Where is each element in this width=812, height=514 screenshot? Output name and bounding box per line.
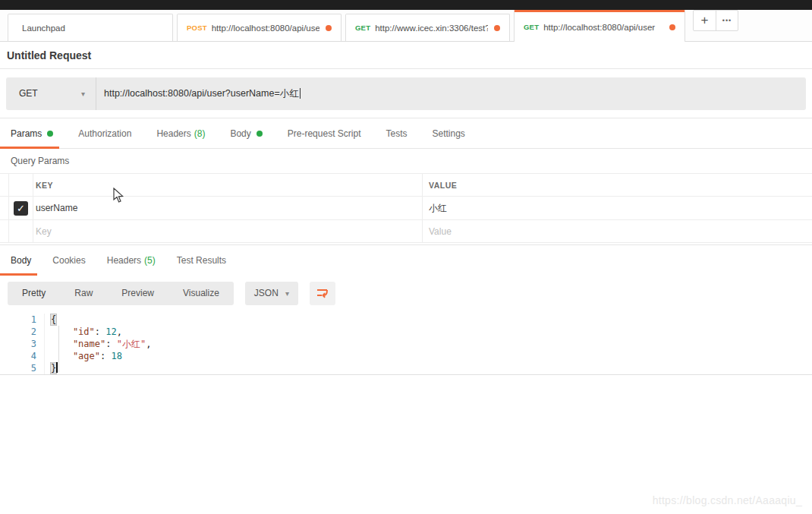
format-dropdown[interactable]: JSON ▾ <box>245 282 298 305</box>
value-cell: Value <box>423 220 812 242</box>
format-value: JSON <box>254 288 279 298</box>
tab-label: Test Results <box>177 255 226 266</box>
value-column-header: VALUE <box>429 181 457 190</box>
watermark-text: https://blog.csdn.net/Aaaaqiu_ <box>653 494 802 506</box>
unsaved-changes-dot <box>326 25 332 31</box>
param-enabled-checkbox[interactable]: ✓ <box>14 201 28 216</box>
param-key-placeholder[interactable]: Key <box>36 226 52 237</box>
request-title: Untitled Request <box>7 49 91 61</box>
json-value: "小红" <box>117 339 146 349</box>
new-tab-button[interactable]: + <box>694 11 716 30</box>
value-header-cell: VALUE <box>423 174 812 196</box>
tab-label: Headers <box>156 128 190 139</box>
tab-label: Headers <box>107 255 141 266</box>
json-colon: : <box>100 351 111 361</box>
response-headers-count-badge: (5) <box>144 255 156 266</box>
tab-body[interactable]: Body <box>230 118 268 148</box>
method-dropdown[interactable]: GET ▾ <box>6 77 96 110</box>
tab-post-localhost[interactable]: POST http://localhost:8080/api/user <box>177 14 341 41</box>
tab-authorization[interactable]: Authorization <box>78 118 137 148</box>
value-cell: 小红 <box>423 197 812 219</box>
url-input[interactable]: http://localhost:8080/api/user?userName=… <box>96 77 806 110</box>
query-params-header: Query Params <box>0 149 812 173</box>
method-label: POST <box>187 24 207 32</box>
chevron-down-icon: ▾ <box>81 90 85 98</box>
tab-launchpad[interactable]: Launchpad <box>8 14 173 41</box>
tab-response-headers[interactable]: Headers (5) <box>107 245 162 275</box>
body-status-dot <box>257 131 263 137</box>
checkbox-cell <box>9 220 33 242</box>
tab-params[interactable]: Params <box>0 118 59 148</box>
tab-label: Tests <box>386 128 407 139</box>
unsaved-changes-dot <box>669 24 675 30</box>
tab-get-icec[interactable]: GET http://www.icec.xin:3306/test? <box>345 14 510 41</box>
request-subtabs: Params Authorization Headers (8) Body Pr… <box>0 118 812 149</box>
more-tabs-button[interactable]: ••• <box>716 11 738 30</box>
wrap-text-button[interactable] <box>310 282 335 305</box>
url-row: GET ▾ http://localhost:8080/api/user?use… <box>0 69 812 118</box>
param-value-input[interactable]: 小红 <box>429 202 447 215</box>
text-wrap-icon <box>316 287 329 299</box>
tab-label: Authorization <box>78 128 131 139</box>
table-placeholder-row: Key Value <box>0 220 812 243</box>
line-number: 3 <box>0 338 44 350</box>
indent-guide <box>58 326 59 372</box>
spacer-cell <box>0 220 9 242</box>
postman-window: Launchpad POST http://localhost:8080/api… <box>0 0 812 514</box>
code-line: 2 "id": 12, <box>0 326 812 338</box>
tab-cookies[interactable]: Cookies <box>52 245 91 275</box>
tab-response-body[interactable]: Body <box>0 245 37 275</box>
url-text: http://localhost:8080/api/user?userName=… <box>104 87 299 100</box>
tab-url: http://localhost:8080/api/user <box>212 24 319 33</box>
tab-label: Settings <box>433 128 465 139</box>
view-pretty-button[interactable]: Pretty <box>8 288 60 298</box>
tab-test-results[interactable]: Test Results <box>177 245 232 275</box>
tab-get-localhost-active[interactable]: GET http://localhost:8080/api/user <box>514 10 685 42</box>
tab-pre-request-script[interactable]: Pre-request Script <box>288 118 367 148</box>
line-number: 1 <box>0 314 44 326</box>
text-cursor <box>300 88 301 99</box>
json-key: "id" <box>73 326 95 337</box>
json-colon: : <box>105 339 116 349</box>
code-line: 5 } <box>0 362 812 374</box>
chevron-down-icon: ▾ <box>285 289 289 298</box>
query-params-title: Query Params <box>11 156 69 166</box>
tab-label: Params <box>11 128 42 139</box>
line-number: 5 <box>0 362 44 374</box>
tab-settings[interactable]: Settings <box>433 118 471 148</box>
text-cursor <box>56 362 58 373</box>
param-key-input[interactable]: userName <box>36 203 77 213</box>
response-body-viewer[interactable]: 1 { 2 "id": 12, 3 "name": "小红", 4 "age":… <box>0 311 812 374</box>
response-section: Body Cookies Headers (5) Test Results Pr… <box>0 244 812 374</box>
key-column-header: KEY <box>36 181 53 190</box>
line-number: 4 <box>0 350 44 362</box>
open-brace: { <box>51 314 56 325</box>
json-key: "age" <box>73 351 100 361</box>
key-header-cell: KEY <box>33 174 423 196</box>
method-label: GET <box>524 23 539 31</box>
tab-label: Body <box>230 128 250 139</box>
spacer-cell <box>0 174 9 196</box>
view-raw-button[interactable]: Raw <box>60 288 107 298</box>
tab-label: Launchpad <box>22 24 65 33</box>
method-value: GET <box>19 88 38 99</box>
tab-headers[interactable]: Headers (8) <box>156 118 211 148</box>
code-line: 4 "age": 18 <box>0 350 812 362</box>
unsaved-changes-dot <box>494 25 500 31</box>
line-number: 2 <box>0 326 44 338</box>
response-toolbar: Pretty Raw Preview Visualize JSON ▾ <box>0 275 812 311</box>
tab-label: Pre-request Script <box>288 128 361 139</box>
response-tabs: Body Cookies Headers (5) Test Results <box>0 245 812 275</box>
tab-actions: + ••• <box>693 10 738 31</box>
json-value: 18 <box>111 351 121 361</box>
tab-url: http://www.icec.xin:3306/test? <box>375 24 488 33</box>
key-cell: userName <box>33 197 423 219</box>
checkbox-cell: ✓ <box>9 197 33 219</box>
json-value: 12 <box>105 326 116 337</box>
view-preview-button[interactable]: Preview <box>107 288 168 298</box>
headers-count-badge: (8) <box>194 128 206 139</box>
json-comma: , <box>146 339 151 349</box>
tab-tests[interactable]: Tests <box>386 118 413 148</box>
view-visualize-button[interactable]: Visualize <box>168 288 234 298</box>
param-value-placeholder[interactable]: Value <box>429 226 452 237</box>
